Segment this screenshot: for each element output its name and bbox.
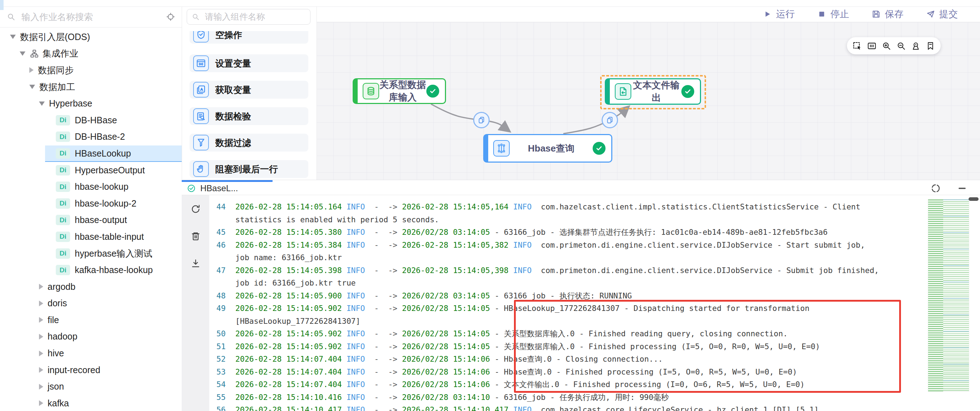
component-card-设置变量[interactable]: 设置变量 (189, 54, 308, 72)
caret-closed-icon[interactable] (39, 400, 43, 406)
tree-item-hyperbase输入测试[interactable]: Dihyperbase输入测试 (0, 245, 182, 262)
job-search-input[interactable] (21, 11, 163, 22)
log-line-number: 54 (209, 378, 226, 391)
tree-item-doris[interactable]: doris (0, 295, 182, 312)
locate-pin-icon[interactable] (911, 41, 921, 51)
tree-item-input-recored[interactable]: input-recored (0, 362, 182, 378)
caret-closed-icon[interactable] (39, 367, 43, 373)
component-card-获取变量[interactable]: 获取变量 (189, 81, 308, 98)
component-label: 数据过滤 (215, 137, 251, 149)
log-line: 442026-02-28 15:14:05.164 INFO - -> 2026… (209, 200, 980, 213)
caret-open-icon[interactable] (10, 35, 16, 39)
tree-item-数据引入层(ODS)[interactable]: 数据引入层(ODS) (0, 29, 182, 45)
caret-closed-icon[interactable] (39, 351, 43, 356)
di-badge: Di (56, 248, 70, 259)
tree-item-label: hbase-table-input (75, 232, 144, 242)
locate-icon[interactable] (166, 12, 175, 21)
tree-item-hbase-lookup[interactable]: Dihbase-lookup (0, 178, 182, 195)
log-line-number: 56 (209, 403, 226, 411)
tree-item-hadoop[interactable]: hadoop (0, 328, 182, 345)
bookmark-icon[interactable] (926, 41, 935, 51)
log-line: 552026-02-28 15:14:10.416 INFO - -> 2026… (209, 391, 980, 404)
log-minimap[interactable] (928, 199, 969, 392)
log-line: 482026-02-28 15:14:05.900 INFO - -> 2026… (209, 289, 980, 302)
caret-closed-icon[interactable] (39, 334, 43, 340)
caret-closed-icon[interactable] (39, 384, 43, 390)
tree-item-hbase-table-input[interactable]: Dihbase-table-input (0, 229, 182, 245)
filter-icon (193, 135, 209, 151)
marquee-select-icon[interactable] (852, 41, 862, 51)
component-label: 阻塞到最后一行 (215, 163, 278, 175)
caret-closed-icon[interactable] (39, 301, 43, 306)
tree-item-HBaseLookup[interactable]: DiHBaseLookup (0, 145, 182, 162)
log-tab[interactable]: HBaseL... (187, 183, 238, 194)
download-icon[interactable] (190, 258, 201, 269)
di-badge: Di (56, 215, 70, 225)
refresh-icon[interactable] (190, 204, 201, 214)
log-line: 452026-02-28 15:14:05.380 INFO - -> 2026… (209, 226, 980, 239)
tree-item-数据同步[interactable]: 数据同步 (0, 62, 182, 79)
caret-open-icon[interactable] (39, 102, 45, 106)
tree-item-file[interactable]: file (0, 312, 182, 328)
shield-icon (193, 31, 209, 43)
edge-copy-badge[interactable] (601, 112, 618, 128)
tree-item-DB-HBase-2[interactable]: DiDB-HBase-2 (0, 129, 182, 146)
component-card-数据过滤[interactable]: 数据过滤 (189, 134, 308, 152)
log-scrollbar-thumb[interactable] (969, 197, 978, 201)
tree-item-kafka-hbase-lookup[interactable]: Dikafka-hbase-lookup (0, 262, 182, 278)
log-line: job name: 63166_job.ktr (209, 251, 980, 264)
log-line-number: 48 (209, 289, 226, 302)
tree-item-label: hbase-output (75, 215, 127, 225)
minimize-icon[interactable] (957, 183, 967, 194)
flow-node-Hbase查询[interactable]: Hbase查询 (483, 134, 612, 163)
di-badge: Di (56, 132, 70, 142)
tree-item-集成作业[interactable]: 集成作业 (0, 45, 182, 62)
clear-icon[interactable] (190, 231, 201, 241)
tree-item-kafka[interactable]: kafka (0, 395, 182, 411)
caret-open-icon[interactable] (29, 85, 35, 89)
tree-item-label: hive (48, 348, 64, 359)
component-card-空操作[interactable]: 空操作 (189, 31, 308, 44)
clipboard-search-icon (193, 108, 209, 124)
submit-button[interactable]: 提交 (926, 8, 958, 21)
component-card-阻塞到最后一行[interactable]: 阻塞到最后一行 (189, 160, 308, 178)
tree-item-Hyperbase[interactable]: Hyperbase (0, 95, 182, 112)
flow-edge (431, 104, 509, 131)
caret-open-icon[interactable] (20, 51, 25, 56)
run-button[interactable]: 运行 (762, 8, 795, 21)
di-badge: Di (56, 232, 70, 242)
tree-item-label: hyperbase输入测试 (75, 248, 153, 259)
caret-closed-icon[interactable] (29, 67, 33, 73)
save-button[interactable]: 保存 (871, 8, 904, 21)
caret-closed-icon[interactable] (39, 317, 43, 323)
tree-item-argodb[interactable]: argodb (0, 278, 182, 295)
job-search-bar (0, 6, 182, 27)
tree-item-json[interactable]: json (0, 378, 182, 395)
branch-icon (493, 140, 510, 157)
tree-item-数据加工[interactable]: 数据加工 (0, 79, 182, 95)
flow-node-文本文件输出[interactable]: 文本文件输出 (605, 78, 701, 105)
zoom-in-icon[interactable] (881, 41, 891, 51)
zoom-out-icon[interactable] (896, 41, 906, 51)
log-line-number: 51 (209, 340, 226, 353)
edge-copy-badge[interactable] (473, 112, 490, 128)
tree-item-hbase-lookup-2[interactable]: Dihbase-lookup-2 (0, 195, 182, 212)
component-search-input[interactable] (204, 11, 317, 22)
flow-node-关系型数据库输入[interactable]: 关系型数据库输入 (353, 78, 446, 104)
stop-button[interactable]: 停止 (817, 8, 849, 21)
send-icon (926, 9, 935, 19)
job-tree-sidebar: 数据引入层(ODS)集成作业数据同步数据加工HyperbaseDiDB-HBas… (0, 0, 182, 411)
tree-item-label: 数据同步 (38, 64, 74, 76)
tree-item-HyperbaseOutput[interactable]: DiHyperbaseOutput (0, 162, 182, 179)
top-strip (0, 0, 980, 7)
caret-closed-icon[interactable] (39, 284, 43, 289)
component-card-数据检验[interactable]: 数据检验 (189, 107, 308, 125)
component-search-bar (187, 9, 310, 25)
fit-ratio-icon[interactable] (867, 41, 877, 51)
tree-item-label: DB-HBase-2 (75, 132, 125, 142)
tree-item-hive[interactable]: hive (0, 345, 182, 362)
tree-item-DB-HBase[interactable]: DiDB-HBase (0, 112, 182, 129)
tree-item-hbase-output[interactable]: Dihbase-output (0, 212, 182, 229)
tree-item-label: kafka (48, 398, 69, 408)
collapse-icon[interactable] (931, 183, 941, 194)
